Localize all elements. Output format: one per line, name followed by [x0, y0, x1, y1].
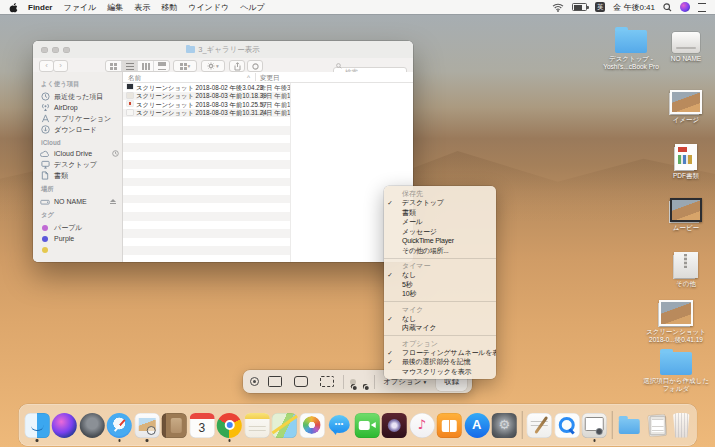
sidebar-item-desktop[interactable]: デスクトップ — [40, 159, 122, 170]
menu-item-go[interactable]: 移動 — [161, 2, 177, 13]
desktop-icon-pdf[interactable]: PDF書類 — [660, 144, 712, 180]
menu-item-edit[interactable]: 編集 — [107, 2, 123, 13]
menu-item-view[interactable]: 表示 — [134, 2, 150, 13]
dock-facetime-icon[interactable] — [354, 413, 379, 438]
tag-button[interactable] — [247, 60, 263, 72]
menu-item-show-mouse-clicks[interactable]: マウスクリックを表示 — [384, 367, 496, 377]
window-titlebar[interactable]: 3_ギャラリー表示 — [33, 41, 413, 59]
menu-item-help[interactable]: ヘルプ — [240, 2, 265, 13]
close-toolbar-button[interactable] — [250, 377, 259, 386]
sidebar-item-tag-purple-jp[interactable]: パープル — [40, 222, 122, 233]
menu-item-desktop[interactable]: デスクトップ — [384, 198, 496, 208]
dock-maps-icon[interactable] — [272, 413, 297, 438]
dock-appstore-icon[interactable]: A — [464, 413, 489, 438]
dock-system-preferences-icon[interactable]: ⚙ — [492, 413, 517, 438]
icon-view-button[interactable] — [106, 61, 122, 71]
menu-item-remember-selection[interactable]: 最後の選択部分を記憶 — [384, 357, 496, 367]
pdf-stack-icon — [675, 144, 697, 170]
desktop-icon-no-name-drive[interactable]: NO NAME — [661, 32, 711, 63]
menu-item-window[interactable]: ウインドウ — [188, 2, 229, 13]
desktop-icon-images[interactable]: イメージ — [660, 90, 712, 124]
dock-trash-icon[interactable] — [672, 413, 691, 438]
menu-item-mail[interactable]: メール — [384, 217, 496, 227]
sidebar-item-downloads[interactable]: ダウンロード — [40, 124, 122, 135]
forward-button[interactable]: › — [53, 60, 68, 72]
file-row[interactable]: スクリーンショット 2018-08-03 午前10.25.57 今日 午前1 — [123, 100, 290, 109]
desktop-icon-movies[interactable]: ムービー — [660, 198, 712, 232]
notification-center-icon[interactable] — [698, 3, 706, 12]
menu-item-quicktime[interactable]: QuickTime Player — [384, 236, 496, 246]
menu-item-file[interactable]: ファイル — [63, 2, 96, 13]
sidebar-item-tag-purple[interactable]: Purple — [40, 233, 122, 244]
capture-selection-button[interactable] — [317, 373, 337, 390]
menu-item-documents[interactable]: 書類 — [384, 208, 496, 218]
menu-item-floating-thumbnail[interactable]: フローティングサムネールを表示 — [384, 348, 496, 358]
dock-notes-icon[interactable] — [244, 413, 269, 438]
siri-icon[interactable] — [680, 2, 690, 12]
input-source-badge[interactable]: 英 — [595, 2, 605, 12]
gallery-view-button[interactable] — [154, 61, 169, 71]
file-row[interactable]: スクリーンショット 2018-08-02 午後3.04.23 昨日 午後3 — [123, 83, 290, 92]
menu-item-timer-10s[interactable]: 10秒 — [384, 289, 496, 299]
capture-window-button[interactable] — [291, 373, 311, 390]
battery-icon[interactable] — [572, 3, 587, 11]
sidebar-item-airdrop[interactable]: AirDrop — [40, 102, 122, 113]
group-icon — [180, 63, 187, 70]
dock-quicktime-icon[interactable] — [554, 413, 579, 438]
menu-item-other-location[interactable]: その他の場所... — [384, 246, 496, 256]
menu-item-mic-none[interactable]: なし — [384, 314, 496, 324]
dock-documents-stack-icon[interactable] — [644, 413, 669, 438]
dock-photobooth-icon[interactable] — [382, 413, 407, 438]
menu-item-mic-builtin[interactable]: 内蔵マイク — [384, 323, 496, 333]
sidebar-item-documents[interactable]: 書類 — [40, 170, 122, 181]
dock-siri-icon[interactable] — [52, 413, 77, 438]
spotlight-icon[interactable] — [663, 3, 672, 12]
desktop-icon-selection-folder[interactable]: 選択項目から作成したフォルダ — [642, 352, 710, 393]
dock-preview-icon[interactable] — [134, 413, 159, 438]
menu-item-timer-5s[interactable]: 5秒 — [384, 280, 496, 290]
desktop-icon-desktop-folder[interactable]: デスクトップ - Yoshi's...cBook Pro — [594, 30, 668, 71]
column-header-modified[interactable]: 変更日 — [260, 74, 280, 83]
dock-screenshot-icon[interactable] — [582, 413, 607, 438]
menu-item-timer-none[interactable]: なし — [384, 270, 496, 280]
file-row[interactable]: スクリーンショット 2018-08-03 午前10.18.39 今日 午前1 — [123, 91, 290, 100]
dock-photos-icon[interactable] — [299, 413, 324, 438]
list-view-button[interactable] — [122, 61, 138, 71]
dock-finder-icon[interactable] — [24, 413, 49, 438]
share-button[interactable] — [229, 60, 245, 72]
dock-ibooks-icon[interactable] — [437, 413, 462, 438]
sidebar-item-applications[interactable]: アプリケーション — [40, 113, 122, 124]
dock-calendar-icon[interactable]: 3 — [189, 413, 214, 438]
file-row[interactable]: スクリーンショット 2018-08-03 午前10.31.24 今日 午前1 — [123, 108, 290, 117]
wifi-icon[interactable] — [552, 3, 564, 12]
desktop-icon-others[interactable]: その他 — [660, 252, 712, 288]
desktop-icon-screenshot-file[interactable]: スクリーンショット 2018-0...後0.41.19 — [642, 300, 710, 344]
record-selection-button[interactable] — [362, 379, 368, 385]
action-button[interactable]: ▾ — [201, 60, 225, 72]
dock-itunes-icon[interactable]: ♪ — [409, 413, 434, 438]
dock-contacts-icon[interactable] — [162, 413, 187, 438]
column-divider[interactable] — [255, 73, 256, 81]
record-fullscreen-button[interactable] — [350, 379, 356, 385]
back-button[interactable]: ‹ — [39, 60, 54, 72]
sidebar-item-tag-yellow[interactable] — [40, 244, 122, 255]
dock-launchpad-icon[interactable] — [79, 413, 104, 438]
column-header-name[interactable]: 名前 — [128, 74, 141, 83]
group-button[interactable]: ▾ — [173, 60, 197, 72]
dock-messages-icon[interactable]: ••• — [327, 413, 352, 438]
sidebar-item-icloud-drive[interactable]: iCloud Drive — [40, 148, 122, 159]
dock-safari-icon[interactable] — [107, 413, 132, 438]
sidebar-item-recents[interactable]: 最近使った項目 — [40, 91, 122, 102]
menu-item-messages[interactable]: メッセージ — [384, 227, 496, 237]
capture-fullscreen-button[interactable] — [265, 373, 285, 390]
menubar-clock[interactable]: 金 午後0:41 — [613, 2, 655, 13]
dock-textedit-icon[interactable] — [527, 413, 552, 438]
eject-icon[interactable] — [110, 199, 116, 204]
sidebar-item-no-name[interactable]: NO NAME — [40, 196, 122, 207]
dock-chrome-icon[interactable] — [217, 413, 242, 438]
gear-icon — [207, 62, 215, 70]
apple-menu[interactable] — [9, 2, 18, 13]
column-view-button[interactable] — [138, 61, 154, 71]
menu-item-finder[interactable]: Finder — [28, 3, 52, 12]
dock-folder-stack-icon[interactable] — [617, 413, 642, 438]
